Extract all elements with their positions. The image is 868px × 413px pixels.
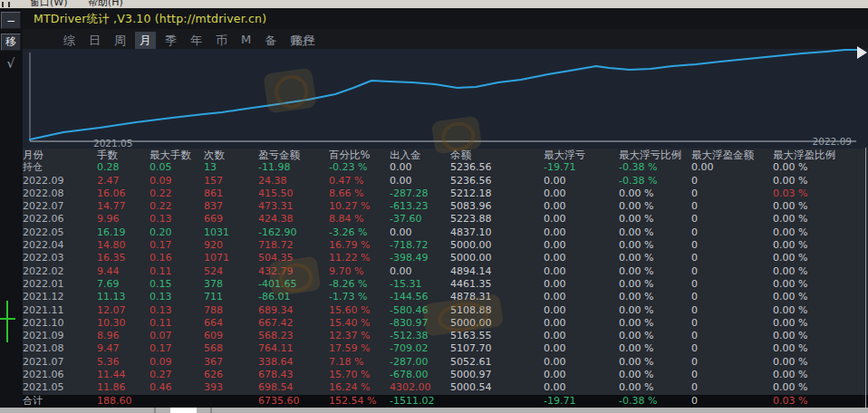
table-row[interactable]: 2022.0714.770.22837473.3110.27 %-613.235… [23, 200, 868, 213]
scrollbar-tick [154, 408, 156, 413]
tab-周[interactable]: 周 [110, 32, 130, 50]
table-cell: 0.00 % [773, 252, 868, 264]
table-cell: 13 [204, 161, 258, 174]
table-cell: 664 [204, 317, 258, 330]
table-cell: 0 [691, 395, 773, 408]
table-cell: 2022.07 [23, 200, 97, 213]
table-cell: 24.38 [258, 175, 329, 187]
table-row[interactable]: 2022.0516.190.201031-162.90-3.26 %0.0048… [23, 226, 868, 239]
table-cell: 0 [691, 187, 773, 200]
table-cell: 0.00 % [773, 226, 868, 239]
table-cell: 5.36 [97, 356, 149, 369]
table-cell: 0.00 % [773, 381, 868, 394]
table-cell: 2022.06 [23, 213, 97, 226]
left-toolbar: − 移 √ [0, 9, 23, 408]
table-total-row[interactable]: 合计188.606735.60152.54 %-1511.02-19.71-0.… [23, 395, 868, 408]
table-cell: -0.23 % [329, 161, 390, 174]
table-cell: 2021.08 [23, 342, 97, 355]
table-cell: 424.38 [258, 213, 329, 226]
table-cell: 0 [691, 278, 773, 291]
table-cell: 0.00 % [619, 226, 691, 239]
table-cell: 718.72 [258, 239, 329, 252]
table-cell: 9.96 [97, 213, 149, 226]
table-cell: 0.00 % [619, 317, 691, 330]
check-icon[interactable]: √ [1, 54, 21, 72]
table-cell: 5052.61 [450, 356, 544, 369]
table-row[interactable]: 持仓0.280.0513-11.98-0.23 %0.005236.56-19.… [23, 161, 868, 174]
table-cell: 5000.00 [450, 239, 544, 252]
table-cell: -37.60 [390, 213, 450, 226]
bottom-scrollbar[interactable] [0, 408, 868, 413]
table-cell: 5236.56 [450, 161, 544, 174]
table-cell: 15.60 % [329, 304, 390, 317]
column-header: 最大浮亏比例 [619, 149, 691, 161]
minimize-button[interactable]: − [1, 12, 21, 29]
table-cell: 0.00 % [773, 356, 868, 369]
table-cell: 2022.05 [23, 226, 97, 239]
table-row[interactable]: 2021.0611.440.27626678.4315.70 %-678.005… [23, 369, 868, 381]
table-cell [450, 395, 544, 408]
table-cell: 0 [691, 330, 773, 342]
tab-日[interactable]: 日 [84, 32, 105, 50]
table-cell: 0.00 % [773, 161, 868, 174]
column-header: 盈亏金额 [258, 149, 329, 161]
table-cell: 0 [691, 252, 773, 264]
table-row[interactable]: 2022.029.440.11524432.799.70 %0.004894.1… [23, 265, 868, 278]
table-cell: 0.00 [544, 226, 619, 239]
table-cell: 524 [204, 265, 258, 278]
table-cell: 568.23 [258, 330, 329, 342]
table-cell: 0.00 [544, 356, 619, 369]
table-row[interactable]: 2022.092.470.0915724.380.47 %0.005236.56… [23, 175, 868, 187]
table-cell: 0.00 % [773, 304, 868, 317]
table-row[interactable]: 2021.0511.860.46393698.5416.24 %4302.005… [23, 381, 868, 394]
table-cell: -11.98 [258, 161, 329, 174]
tab-M[interactable]: M [236, 32, 256, 50]
table-cell: 0.00 % [773, 213, 868, 226]
tab-季[interactable]: 季 [160, 32, 181, 50]
tab-path[interactable]: 路径 [292, 33, 315, 49]
table-cell: 0.00 % [773, 317, 868, 330]
table-cell: 0 [691, 356, 773, 369]
table-cell: 788 [204, 304, 258, 317]
table-cell: 0.00 [544, 265, 619, 278]
table-cell: 4302.00 [390, 381, 450, 394]
table-cell: 1031 [204, 226, 258, 239]
table-row[interactable]: 2021.089.470.17568764.1117.59 %-709.0251… [23, 342, 868, 355]
table-row[interactable]: 2022.069.960.13669424.388.84 %-37.605223… [23, 213, 868, 226]
tab-年[interactable]: 年 [186, 32, 207, 50]
table-row[interactable]: 2022.0414.800.17920718.7216.79 %-718.725… [23, 239, 868, 252]
tab-备[interactable]: 备 [260, 32, 281, 50]
table-row[interactable]: 2022.017.690.15378-401.65-8.26 %-15.3144… [23, 278, 868, 291]
menu-item-window[interactable]: 窗口(W) [30, 0, 67, 9]
table-cell: 11.22 % [329, 252, 390, 264]
table-cell: 11.13 [97, 291, 149, 303]
tab-综[interactable]: 综 [59, 32, 80, 50]
table-cell: 16.06 [97, 187, 149, 200]
table-cell: 0.00 % [619, 381, 691, 394]
table-cell: 0.00 % [773, 291, 868, 303]
table-cell: 16.19 [97, 226, 149, 239]
table-cell: 2022.03 [23, 252, 97, 264]
table-cell: 393 [204, 381, 258, 394]
column-header: 最大浮盈比例 [773, 149, 868, 161]
table-cell: -1.73 % [329, 291, 390, 303]
table-cell: 0.00 [544, 252, 619, 264]
table-row[interactable]: 2022.0316.350.161071504.3511.22 %-398.49… [23, 252, 868, 264]
table-cell: 2021.09 [23, 330, 97, 342]
table-cell: 837 [204, 200, 258, 213]
scrollbar-thumb[interactable] [170, 408, 197, 413]
x-axis-end-label: 2022.09 [813, 136, 852, 147]
table-row[interactable]: 2022.0816.060.22861415.508.66 %-287.2852… [23, 187, 868, 200]
menu-item-help[interactable]: 帮助(H) [88, 0, 123, 9]
tab-月[interactable]: 月 [135, 32, 156, 50]
parent-menubar-fragment: 窗口(W) 帮助(H) [0, 0, 868, 9]
table-cell: 0.00 % [619, 239, 691, 252]
titlebar: MTDriver统计 ,V3.10 (http://mtdriver.cn) [23, 9, 868, 29]
tab-币[interactable]: 币 [211, 32, 232, 50]
table-row[interactable]: 2021.075.360.09367338.647.18 %-287.00505… [23, 356, 868, 369]
table-cell: 0.00 % [619, 304, 691, 317]
column-header: 百分比% [329, 149, 390, 161]
table-cell: 4837.10 [450, 226, 544, 239]
move-button[interactable]: 移 [1, 34, 21, 51]
crosshair-cursor-icon [6, 301, 8, 342]
